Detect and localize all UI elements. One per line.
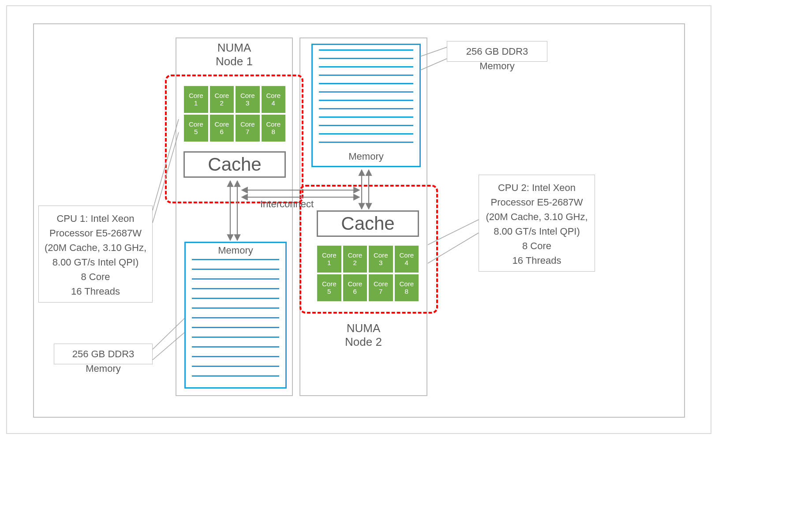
core: Core5 xyxy=(183,114,209,142)
core: Core6 xyxy=(343,274,368,302)
numa-node-2-title-l1: NUMA xyxy=(299,322,427,335)
cpu-1-cache: Cache xyxy=(183,151,286,178)
numa-2-memory: Memory xyxy=(311,44,421,167)
callout-line: 16 Threads xyxy=(483,253,590,268)
callout-line: Processor E5-2687W xyxy=(483,195,590,209)
callout-cpu-2: CPU 2: Intel Xeon Processor E5-2687W (20… xyxy=(479,175,595,272)
callout-memory-2: 256 GB DDR3 Memory xyxy=(447,41,547,62)
callout-line: 8.00 GT/s Intel QPI) xyxy=(43,255,148,269)
interconnect-label: Interconnect xyxy=(260,198,314,210)
memory-label: Memory xyxy=(313,151,419,162)
cpu-2-cache: Cache xyxy=(317,210,419,237)
core: Core3 xyxy=(368,245,393,273)
memory-lines-icon xyxy=(186,259,285,389)
core: Core4 xyxy=(394,245,419,273)
core: Core2 xyxy=(210,86,235,113)
numa-node-1-title: NUMA Node 1 xyxy=(176,41,292,68)
numa-1-memory: Memory xyxy=(184,242,287,389)
callout-line: 16 Threads xyxy=(43,284,148,299)
callout-memory-1: 256 GB DDR3 Memory xyxy=(54,344,153,364)
cpu-2-cores: Core1 Core2 Core3 Core4 Core5 Core6 Core… xyxy=(317,245,419,302)
core: Core5 xyxy=(317,274,342,302)
memory-lines-icon xyxy=(313,45,419,153)
cpu-1-cores: Core1 Core2 Core3 Core4 Core5 Core6 Core… xyxy=(183,86,286,142)
callout-line: CPU 2: Intel Xeon xyxy=(483,180,590,195)
callout-line: 8.00 GT/s Intel QPI) xyxy=(483,224,590,239)
numa-node-1-title-l2: Node 1 xyxy=(176,55,292,68)
core: Core8 xyxy=(261,114,286,142)
callout-line: 8 Core xyxy=(43,269,148,284)
core: Core3 xyxy=(235,86,260,113)
core: Core2 xyxy=(343,245,368,273)
callout-line: CPU 1: Intel Xeon xyxy=(43,211,148,226)
core: Core7 xyxy=(368,274,393,302)
core: Core6 xyxy=(210,114,235,142)
callout-line: (20M Cache, 3.10 GHz, xyxy=(43,240,148,255)
core: Core4 xyxy=(261,86,286,113)
core: Core1 xyxy=(183,86,209,113)
callout-line: Processor E5-2687W xyxy=(43,226,148,240)
numa-node-2-title: NUMA Node 2 xyxy=(299,319,427,349)
diagram-canvas: NUMA Node 1 NUMA Node 2 Core1 Core2 Core… xyxy=(0,0,812,505)
memory-label: Memory xyxy=(186,245,285,256)
callout-cpu-1: CPU 1: Intel Xeon Processor E5-2687W (20… xyxy=(38,206,153,303)
callout-line: 8 Core xyxy=(483,239,590,253)
numa-node-1-title-l1: NUMA xyxy=(176,41,292,55)
core: Core1 xyxy=(317,245,342,273)
numa-node-2-title-l2: Node 2 xyxy=(299,335,427,349)
core: Core7 xyxy=(235,114,260,142)
callout-line: (20M Cache, 3.10 GHz, xyxy=(483,209,590,224)
core: Core8 xyxy=(394,274,419,302)
